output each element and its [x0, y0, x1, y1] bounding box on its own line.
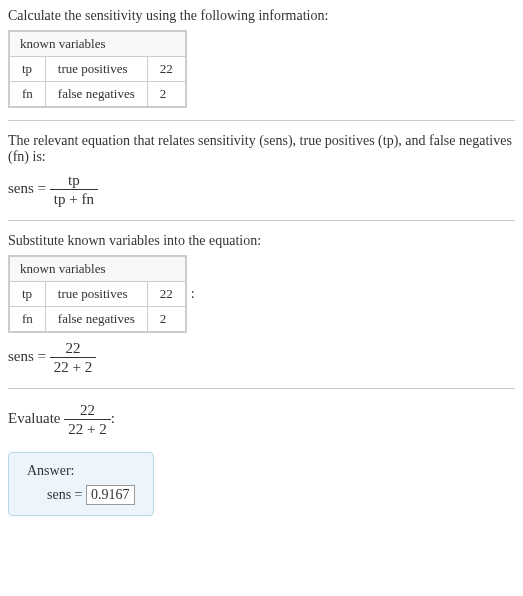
divider — [8, 120, 515, 121]
table-header: known variables — [9, 256, 186, 282]
fraction: 2222 + 2 — [50, 339, 96, 376]
divider — [8, 388, 515, 389]
table-row: fn false negatives 2 — [9, 82, 186, 108]
var-name: true positives — [45, 282, 147, 307]
fraction-denominator: tp + fn — [50, 190, 98, 208]
substitute-table-row: known variables tp true positives 22 fn … — [8, 255, 515, 333]
fraction: tptp + fn — [50, 171, 98, 208]
problem-section: Calculate the sensitivity using the foll… — [8, 8, 515, 108]
var-name: false negatives — [45, 82, 147, 108]
fraction: 2222 + 2 — [64, 401, 110, 438]
equation-section: The relevant equation that relates sensi… — [8, 133, 515, 208]
fraction-numerator: tp — [50, 171, 98, 190]
equation-lhs: sens = — [8, 348, 50, 364]
var-name: false negatives — [45, 307, 147, 333]
table-header-row: known variables — [9, 256, 186, 282]
answer-value: 0.9167 — [86, 485, 135, 505]
fraction-numerator: 22 — [64, 401, 110, 420]
table-row: fn false negatives 2 — [9, 307, 186, 333]
fraction-denominator: 22 + 2 — [64, 420, 110, 438]
substitute-section: Substitute known variables into the equa… — [8, 233, 515, 376]
var-value: 2 — [147, 307, 186, 333]
problem-prompt: Calculate the sensitivity using the foll… — [8, 8, 515, 24]
var-symbol: fn — [9, 307, 45, 333]
answer-box: Answer: sens = 0.9167 — [8, 452, 154, 516]
known-variables-table: known variables tp true positives 22 fn … — [8, 255, 187, 333]
evaluate-prompt: Evaluate 2222 + 2: — [8, 401, 515, 438]
answer-equation: sens = 0.9167 — [27, 485, 135, 505]
divider — [8, 220, 515, 221]
equation-preamble: The relevant equation that relates sensi… — [8, 133, 515, 165]
evaluate-suffix: : — [111, 410, 115, 426]
answer-label: Answer: — [27, 463, 135, 479]
var-symbol: tp — [9, 57, 45, 82]
evaluate-prefix: Evaluate — [8, 410, 64, 426]
answer-lhs: sens = — [47, 487, 86, 502]
substitute-preamble: Substitute known variables into the equa… — [8, 233, 515, 249]
table-row: tp true positives 22 — [9, 282, 186, 307]
table-header: known variables — [9, 31, 186, 57]
var-value: 22 — [147, 282, 186, 307]
equation-lhs: sens = — [8, 180, 50, 196]
equation-formula: sens = tptp + fn — [8, 171, 515, 208]
var-name: true positives — [45, 57, 147, 82]
var-symbol: tp — [9, 282, 45, 307]
substituted-formula: sens = 2222 + 2 — [8, 339, 515, 376]
var-value: 2 — [147, 82, 186, 108]
fraction-denominator: 22 + 2 — [50, 358, 96, 376]
table-row: tp true positives 22 — [9, 57, 186, 82]
table-header-row: known variables — [9, 31, 186, 57]
evaluate-section: Evaluate 2222 + 2: Answer: sens = 0.9167 — [8, 401, 515, 516]
fraction-numerator: 22 — [50, 339, 96, 358]
colon: : — [191, 286, 195, 302]
known-variables-table: known variables tp true positives 22 fn … — [8, 30, 187, 108]
var-value: 22 — [147, 57, 186, 82]
var-symbol: fn — [9, 82, 45, 108]
